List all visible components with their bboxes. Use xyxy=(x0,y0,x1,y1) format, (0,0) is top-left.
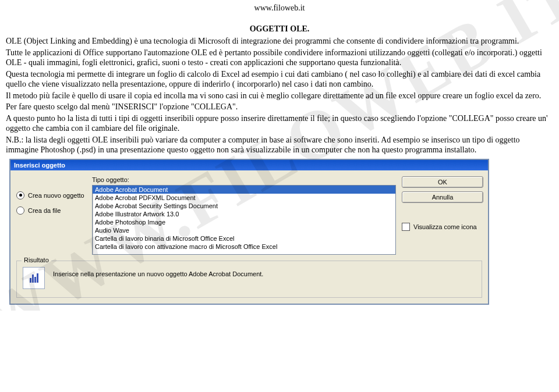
radio-label: Crea nuovo oggetto xyxy=(28,192,84,199)
list-item[interactable]: Adobe Illustrator Artwork 13.0 xyxy=(93,210,395,218)
result-text: Inserisce nella presentazione un nuovo o… xyxy=(53,267,476,277)
radio-create-new[interactable]: Crea nuovo oggetto xyxy=(16,191,86,199)
list-item[interactable]: Adobe Acrobat Document xyxy=(93,186,395,194)
body-text: OLE (Object Linking and Embedding) è una… xyxy=(6,36,553,155)
object-type-section: Tipo oggetto: Adobe Acrobat Document Ado… xyxy=(92,176,396,255)
page-heading: OGGETTI OLE. xyxy=(6,24,553,34)
radio-label: Crea da file xyxy=(28,207,61,214)
paragraph: A questo punto ho la lista di tutti i ti… xyxy=(6,113,553,134)
document-page: www.filoweb.it OGGETTI OLE. OLE (Object … xyxy=(0,0,559,311)
object-type-listbox[interactable]: Adobe Acrobat Document Adobe Acrobat PDF… xyxy=(92,185,396,255)
list-item[interactable]: Audio Wave xyxy=(93,226,395,234)
list-item[interactable]: Adobe Acrobat PDFXML Document xyxy=(93,194,395,202)
dialog-titlebar: Inserisci oggetto xyxy=(10,160,488,170)
radio-group: Crea nuovo oggetto Crea da file xyxy=(16,176,86,255)
checkbox-icon xyxy=(402,223,410,231)
list-item[interactable]: Adobe Acrobat Security Settings Document xyxy=(93,202,395,210)
list-item[interactable]: Cartella di lavoro binaria di Microsoft … xyxy=(93,234,395,243)
result-legend: Risultato xyxy=(22,256,51,263)
result-section: Risultato Inserisce nella presentazione … xyxy=(16,261,482,298)
radio-icon xyxy=(16,191,24,199)
chart-icon xyxy=(23,267,45,289)
list-item[interactable]: Cartella di lavoro con attivazione macro… xyxy=(93,243,395,251)
ok-button[interactable]: OK xyxy=(402,176,483,188)
paragraph: Questa tecnologia mi permette di integra… xyxy=(6,69,553,90)
paragraph: Tutte le applicazioni di Office supporta… xyxy=(6,48,553,68)
paragraph: Il metodo più facile è quello di usare i… xyxy=(6,91,553,101)
site-url: www.filoweb.it xyxy=(6,3,553,13)
dialog-buttons: OK Annulla Visualizza come icona xyxy=(402,176,483,255)
radio-create-from-file[interactable]: Crea da file xyxy=(16,206,86,215)
show-as-icon-checkbox[interactable]: Visualizza come icona xyxy=(402,223,483,231)
radio-icon xyxy=(16,206,24,215)
list-item[interactable]: Adobe Photoshop Image xyxy=(93,218,395,226)
dialog-body: Crea nuovo oggetto Crea da file Tipo ogg… xyxy=(10,170,488,257)
checkbox-label: Visualizza come icona xyxy=(413,223,477,230)
paragraph: Per fare questo scelgo dal menù "INSERIS… xyxy=(6,102,553,112)
cancel-button[interactable]: Annulla xyxy=(402,191,483,203)
object-type-label: Tipo oggetto: xyxy=(92,176,396,183)
paragraph: N.B.: la lista degli oggetti OLE inserib… xyxy=(6,135,553,155)
paragraph: OLE (Object Linking and Embedding) è una… xyxy=(6,36,553,47)
insert-object-dialog: Inserisci oggetto Crea nuovo oggetto Cre… xyxy=(9,159,489,305)
